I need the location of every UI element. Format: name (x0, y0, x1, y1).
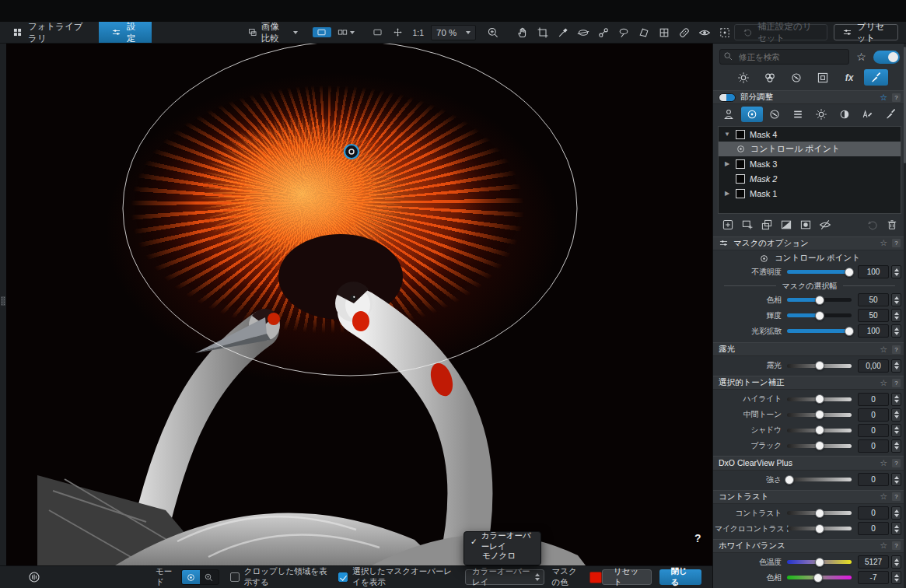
polygon-tool-button[interactable] (635, 26, 653, 39)
contrast-slider[interactable] (787, 511, 852, 515)
face-mask-tool-button[interactable] (718, 107, 740, 122)
tint-value[interactable]: -7 (858, 571, 889, 584)
help-icon[interactable]: ? (892, 459, 901, 467)
pipette-tool-button[interactable] (554, 26, 572, 39)
mask-4-checkbox[interactable] (736, 130, 745, 139)
mask-row-3[interactable]: ▶ Mask 3 (719, 156, 901, 171)
clearview-strength-value[interactable]: 0 (858, 473, 889, 486)
delete-mask-button[interactable] (883, 218, 900, 233)
slider-knob[interactable] (813, 573, 823, 583)
opacity-slider[interactable] (787, 270, 852, 274)
opacity-value[interactable]: 100 (858, 265, 889, 278)
left-panel-handle[interactable] (1, 296, 5, 306)
clearview-strength-slider[interactable] (787, 478, 852, 481)
slider-knob[interactable] (845, 268, 854, 277)
show-mask-overlay-checkbox[interactable] (338, 572, 348, 582)
perspective-tool-button[interactable] (655, 26, 673, 39)
slider-knob[interactable] (815, 311, 824, 320)
tab-photolibrary[interactable]: フォトライブラリ (0, 22, 99, 43)
tint-slider[interactable] (787, 576, 852, 579)
favorites-filter-button[interactable]: ☆ (854, 51, 869, 63)
crop-tool-button[interactable] (533, 26, 552, 39)
menu-item-color-overlay[interactable]: ✓ カラーオーバーレイ (464, 534, 540, 548)
slider-knob[interactable] (815, 394, 824, 404)
midtones-slider[interactable] (787, 413, 852, 417)
pan-button[interactable] (389, 27, 408, 37)
chevron-right-icon[interactable]: ▶ (723, 190, 731, 197)
help-icon[interactable]: ? (892, 93, 901, 102)
shadows-slider[interactable] (787, 429, 852, 432)
favorite-star-icon[interactable]: ☆ (880, 492, 887, 502)
control-point-radius-ellipse[interactable] (123, 44, 577, 376)
add-to-mask-button[interactable] (739, 218, 755, 233)
microcontrast-value[interactable]: 0 (858, 522, 889, 535)
opacity-stepper[interactable] (891, 265, 901, 278)
control-line-tool-button[interactable] (594, 26, 613, 39)
hue-slider[interactable] (787, 298, 852, 302)
mode-magnifier-button[interactable] (200, 570, 218, 584)
show-corrections-button[interactable] (695, 26, 714, 39)
duplicate-mask-button[interactable] (758, 218, 775, 233)
luminosity-mask-tool-button[interactable] (810, 107, 832, 122)
contrast-value[interactable]: 0 (858, 506, 889, 520)
image-canvas[interactable]: ? (6, 44, 712, 565)
exposure-value[interactable]: 0,00 (858, 359, 889, 373)
hand-tool-button[interactable] (513, 26, 532, 39)
luminance-value[interactable]: 50 (858, 309, 889, 322)
tint-stepper[interactable] (891, 571, 901, 584)
mask-2-checkbox[interactable] (736, 174, 745, 184)
invert-mask-button[interactable] (778, 218, 794, 233)
midtones-stepper[interactable] (891, 408, 901, 422)
show-mask-overlay-checkbox-row[interactable]: 選択したマスクオーバーレイを表示 (338, 566, 456, 588)
split-view-button[interactable] (333, 27, 359, 37)
highlights-stepper[interactable] (891, 393, 901, 406)
repair-tool-button[interactable] (675, 26, 694, 39)
selective-tone-header[interactable]: 選択的トーン補正 ☆ ? (713, 376, 906, 390)
show-mask-button[interactable] (797, 218, 813, 233)
temperature-slider[interactable] (787, 560, 852, 564)
shadows-value[interactable]: 0 (858, 424, 889, 437)
help-icon[interactable]: ? (892, 541, 901, 550)
section-enable-toggle[interactable] (719, 93, 736, 102)
undo-mask-button[interactable] (864, 218, 880, 233)
reset-corrections-button[interactable]: 補正設定のリセット (734, 24, 827, 40)
slider-knob[interactable] (785, 475, 794, 485)
slider-knob[interactable] (815, 410, 824, 419)
exposure-slider[interactable] (787, 364, 852, 368)
brush-tool-button[interactable] (880, 107, 901, 122)
show-crop-area-checkbox-row[interactable]: クロップした領域を表示する (230, 566, 327, 588)
contrast-stepper[interactable] (891, 506, 901, 520)
close-button[interactable]: 閉じる (659, 569, 701, 585)
gradient-tool-button[interactable] (787, 107, 809, 122)
control-point-visibility-button[interactable] (715, 26, 734, 39)
color-palette-button[interactable] (758, 69, 782, 86)
microcontrast-stepper[interactable] (891, 522, 901, 535)
horizon-tool-button[interactable] (574, 26, 593, 39)
compare-button[interactable]: 画像比較 (242, 22, 303, 43)
show-crop-area-checkbox[interactable] (230, 572, 240, 582)
detail-palette-button[interactable] (785, 69, 809, 86)
blacks-slider[interactable] (787, 444, 852, 448)
control-sphere-tool-button[interactable] (764, 107, 786, 122)
slider-knob[interactable] (815, 509, 824, 518)
favorite-star-icon[interactable]: ☆ (880, 458, 887, 468)
temperature-stepper[interactable] (891, 555, 901, 569)
light-palette-button[interactable] (732, 69, 756, 86)
favorite-star-icon[interactable]: ☆ (880, 541, 887, 551)
highlights-slider[interactable] (787, 397, 852, 401)
fit-screen-button[interactable] (369, 27, 387, 37)
histogram-button[interactable] (28, 571, 40, 583)
zoom-1to1-button[interactable]: 1:1 (409, 28, 429, 37)
slider-knob[interactable] (815, 524, 824, 534)
geometry-palette-button[interactable] (811, 69, 835, 86)
single-view-button[interactable] (313, 27, 331, 37)
zoom-level-select[interactable]: 70 % (431, 25, 476, 40)
contrast-header[interactable]: コントラスト ☆ ? (713, 490, 906, 504)
glow-stepper[interactable] (891, 324, 901, 338)
mask-row-1[interactable]: ▶ Mask 1 (719, 186, 901, 201)
slider-knob[interactable] (815, 558, 824, 567)
blacks-stepper[interactable] (891, 439, 901, 453)
shadows-stepper[interactable] (891, 424, 901, 437)
mode-control-point-button[interactable] (182, 570, 200, 584)
luminance-slider[interactable] (787, 313, 852, 317)
